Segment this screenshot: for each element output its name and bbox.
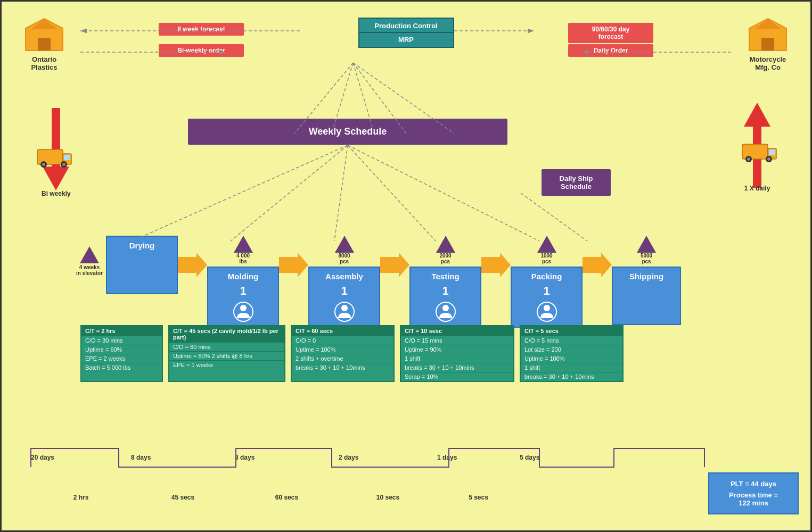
inventory-triangle-testing [436,236,455,253]
card-packing-line4: Uptime = 100% [521,354,622,363]
daily-ship-schedule: Daily Ship Schedule [542,169,611,196]
svg-line-6 [231,145,348,241]
svg-marker-56 [537,236,556,253]
right-truck-area: 1 X daily [744,103,770,192]
arrow-3 [380,252,409,280]
arrow-1 [178,252,207,280]
supplier-left-label: OntarioPlastics [23,55,65,71]
molding-title: Molding [228,272,258,281]
packing-title: Packing [531,272,562,281]
inventory-assembly: 8000pcs [335,236,354,264]
arrow-5 [583,252,612,280]
timeline-time-0: 2 hrs [31,494,131,501]
card-drying-line1: C/T = 2 hrs [81,326,162,336]
step-molding-group: 4 000lbs Molding 1 [207,236,279,328]
supplier-right: MotorcycleMfg. Co [747,18,789,71]
timeline-days-3: 2 days [339,454,437,461]
card-packing-line5: 1 shift [521,363,622,372]
svg-point-46 [240,305,247,311]
step-packing-group: 1000pcs Packing 1 [511,236,583,328]
svg-point-38 [747,157,750,161]
svg-marker-60 [637,236,656,253]
drying-title: Drying [129,241,155,250]
packing-box: Packing 1 [511,267,583,328]
timeline-time-1: 45 secs [131,494,235,501]
svg-point-40 [767,157,770,161]
card-assembly-line3: Uptime = 100% [292,345,393,354]
timeline-time-4: 5 secs [437,494,520,501]
timeline-days-4: 1 days [437,454,520,461]
svg-marker-43 [178,253,207,277]
inventory-testing: 2000pcs [436,236,455,264]
production-control-box: Production Control MRP [358,18,454,48]
operator-molding [233,301,254,322]
timeline-days-row: 20 days 8 days 8 days 2 days 1 days 5 da… [31,454,739,461]
card-drying-line4: EPE = 2 weeks [81,354,162,363]
drying-box: Drying [106,236,178,294]
left-truck-icon [36,144,73,170]
supplier-right-label: MotorcycleMfg. Co [747,55,789,71]
inventory-molding: 4 000lbs [234,236,253,264]
card-packing-line2: C/O = 5 mins [521,336,622,345]
svg-marker-33 [744,103,770,127]
timeline-days-0: 20 days [31,454,131,461]
svg-line-9 [348,145,539,241]
testing-title: Testing [431,272,459,281]
info-cards-container: C/T = 2 hrs C/O = 30 mins Uptime = 60% E… [80,325,800,382]
card-packing-line3: Lot size = 200 [521,345,622,354]
shipping-box: Shipping [612,267,681,325]
molding-box: Molding 1 [207,267,279,328]
card-assembly-line1: C/T = 60 secs [292,326,393,336]
arrow-4 [481,252,511,280]
orange-arrow-1 [178,252,207,278]
svg-rect-41 [769,149,775,155]
timeline-days-1: 8 days [131,454,235,461]
svg-point-54 [442,305,449,311]
svg-marker-52 [436,236,455,253]
svg-marker-44 [234,236,253,253]
svg-line-10 [521,193,587,241]
svg-point-50 [341,305,348,311]
inventory-0: 4 weeksin elevator [76,246,103,276]
svg-marker-55 [481,253,511,277]
operator-packing [536,301,557,322]
card-packing-line6: breaks = 30 + 10 + 10mins [521,372,622,381]
production-control-mrp: MRP [359,33,453,47]
card-assembly-line4: 2 shifts + overtime [292,354,393,363]
step-assembly-group: 8000pcs Assembly 1 [308,236,380,328]
card-molding-line3: Uptime = 80% 2 shifts @ 8 hrs [169,351,284,360]
orange-arrow-4 [481,252,511,278]
inventory-triangle-shipping [637,236,656,253]
card-testing-line3: Uptime = 90% [401,345,513,354]
inventory-triangle-packing [537,236,556,253]
timeline-time-3: 10 secs [339,494,437,501]
orange-arrow-3 [380,252,409,278]
timeline-time-2: 60 secs [235,494,339,501]
inventory-packing: 1000pcs [537,236,556,264]
timeline-time-row: 2 hrs 45 secs 60 secs 10 secs 5 secs [31,494,739,501]
svg-rect-32 [64,155,70,160]
svg-rect-19 [38,38,51,51]
shipping-title: Shipping [629,272,663,281]
supplier-left: OntarioPlastics [23,18,65,71]
assembly-number: 1 [341,284,347,298]
inventory-triangle-0 [80,246,99,263]
card-molding-line1: C/T = 45 secs (2 cavity mold/1/2 lb per … [169,326,284,342]
card-assembly-line5: breaks = 30 + 10 + 10mins [292,363,393,372]
svg-rect-22 [761,38,774,51]
molding-number: 1 [240,284,246,298]
svg-rect-35 [742,144,768,159]
svg-point-29 [42,163,45,166]
card-testing-line5: breaks = 30 + 10 + 10mins [401,363,513,372]
inventory-triangle-assembly [335,236,354,253]
inventory-triangle-molding [234,236,253,253]
factory-left-icon [23,18,65,52]
svg-point-31 [62,163,65,166]
weekly-schedule-box: Weekly Schedule [188,119,507,145]
svg-line-7 [334,145,348,241]
card-testing-line2: C/O = 15 mins [401,336,513,345]
biweekly-order-box: Bi-weekly order [159,44,244,57]
step-testing-group: 2000pcs Testing 1 [409,236,481,328]
info-card-drying: C/T = 2 hrs C/O = 30 mins Uptime = 60% E… [80,325,163,382]
left-truck-area: Bi weekly [42,108,71,197]
